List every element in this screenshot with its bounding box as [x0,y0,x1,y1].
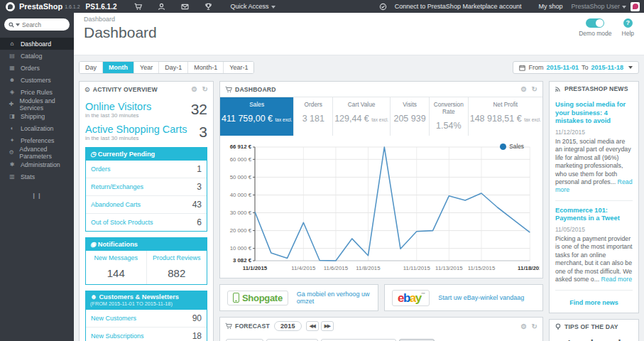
forecast-year: 2015 [274,321,302,331]
help-label: Help [622,30,634,37]
date-range-picker[interactable]: From2015-11-01 To2015-11-18 [513,61,639,74]
sidebar-item-catalog[interactable]: ▤ Catalog [0,50,74,62]
gear-icon[interactable]: ⚙ [520,85,527,93]
cart-icon [225,86,232,93]
sidebar-item-shipping[interactable]: ◨ Shipping [0,110,74,122]
kpi-cart-value[interactable]: Cart Value 129,44 € tax excl. [333,97,391,136]
pending-orders-link[interactable]: Orders [91,166,111,173]
range-month-1-button[interactable]: Month-1 [188,62,224,73]
sidebar-item-customers[interactable]: ☻ Customers [0,74,74,86]
marketplace-link[interactable]: Connect to PrestaShop Marketplace accoun… [395,3,522,10]
chevron-down-icon [622,6,626,9]
tips-panel-title: TIPS OF THE DAY [564,323,618,330]
kpi-orders[interactable]: Orders 3 181 [294,97,333,136]
new-customers-link[interactable]: New Customers [91,315,136,322]
search-input[interactable] [22,21,65,28]
date-range-toolbar: Day Month Year Day-1 Month-1 Year-1 From… [79,61,639,74]
orders-icon: ▦ [7,65,17,71]
gear-icon[interactable]: ⚙ [520,323,527,330]
kpi-conversion-rate[interactable]: Conversion Rate 1.54% [430,97,469,136]
prestashop-logo-icon [6,2,15,11]
cart-icon [225,323,232,330]
help-icon[interactable]: ? [623,18,633,28]
range-day-1-button[interactable]: Day-1 [159,62,188,73]
my-shop-link[interactable]: My shop [538,3,562,10]
notifications-header: ◉ Notifications [85,237,207,251]
svg-text:11/13/2015: 11/13/2015 [435,265,463,271]
range-day-button[interactable]: Day [80,62,103,73]
person-icon: ☻ [90,293,97,301]
sidebar-item-localization[interactable]: ◐ Localization [0,122,74,134]
previous-year-button[interactable]: ◀◀ [306,321,319,331]
sales-chart: 66 912 €60 000 €50 000 €40 000 €30 000 €… [223,139,540,275]
customer-icon[interactable] [158,3,165,11]
new-messages-link[interactable]: New Messages [87,254,145,261]
prestashop-news-panel: PRESTASHOP NEWS Using social media for y… [549,81,639,313]
rss-icon [555,85,562,92]
read-more-link[interactable]: Read more [601,276,633,283]
pending-returns-link[interactable]: Return/Exchanges [91,183,143,190]
user-avatar[interactable] [631,2,640,11]
refresh-icon[interactable]: ↻ [531,85,537,93]
gear-icon[interactable]: ⚙ [191,85,197,93]
sidebar-item-advanced-parameters[interactable]: ⚙ Advanced Parameters [0,146,74,158]
shopgate-ad[interactable]: Shopgate Ga mobiel en verhoog uw omzet [219,284,378,311]
active-carts-link[interactable]: Active Shopping Carts [85,124,207,135]
news-article-title[interactable]: Using social media for your business: 4 … [555,101,633,126]
sidebar-item-administration[interactable]: ✱ Administration [0,158,74,170]
forecast-legend: Traffic Conversion Average Cart Value Sa… [220,335,542,341]
ebay-link[interactable]: Start uw eBay-winkel vandaag [438,294,524,301]
out-of-stock-link[interactable]: Out of Stock Products [91,219,153,226]
search-scope-caret-icon[interactable] [16,23,20,26]
online-visitors-value: 32 [191,101,207,118]
sidebar-search[interactable] [4,18,70,31]
svg-text:11/11/2015: 11/11/2015 [403,265,431,271]
sidebar-item-stats[interactable]: ▥ Stats [0,170,74,183]
brand-name: PrestaShop [19,2,62,11]
product-reviews-link[interactable]: Product Reviews [148,254,206,261]
dashboard-icon: ⌂ [7,40,17,47]
trophy-icon[interactable] [204,3,212,11]
find-more-news-link[interactable]: Find more news [555,296,633,308]
active-carts-value: 3 [199,124,207,141]
svg-text:60 000 €: 60 000 € [230,156,252,163]
kpi-sales[interactable]: Sales 411 759,00 € tax excl. [220,97,294,136]
sidebar-item-price-rules[interactable]: ◈ Price Rules [0,86,74,98]
kpi-net-profit[interactable]: Net Profit 148 918,51 € tax excl. [469,97,542,136]
sidebar-item-orders[interactable]: ▦ Orders [0,62,74,74]
sidebar-item-preferences[interactable]: ✦ Preferences [0,134,74,146]
shopgate-link[interactable]: Ga mobiel en verhoog uw omzet [297,291,371,305]
chevron-down-icon [628,66,633,69]
sidebar-item-dashboard[interactable]: ⌂ Dashboard [0,38,74,50]
topbar: PrestaShop 1.6.1.2 PS1.6.1.2 Quick Acces… [0,0,644,13]
new-subscriptions-link[interactable]: New Subscriptions [91,332,144,340]
ingenico-logo: ingenico Payment services [574,339,633,341]
pending-row-abandoned-carts: Abandoned Carts 43 [86,195,207,213]
modules-icon: ✚ [7,101,16,107]
kpi-visits[interactable]: Visits 205 939 [391,97,430,136]
range-year-1-button[interactable]: Year-1 [224,62,253,73]
breadcrumb: Dashboard [84,16,634,23]
range-year-button[interactable]: Year [134,62,159,73]
range-month-button[interactable]: Month [103,62,134,73]
cart-icon[interactable] [134,3,142,11]
quick-access-menu[interactable]: Quick Access [230,3,275,10]
messages-icon[interactable] [181,3,189,11]
sidebar: ⌂ Dashboard ▤ Catalog ▦ Orders ☻ Custome… [0,13,74,341]
collapse-sidebar-icon[interactable]: ❙❙ [0,193,74,199]
catalog-icon: ▤ [7,53,17,59]
next-year-button[interactable]: ▶▶ [321,321,334,331]
online-visitors-link[interactable]: Online Visitors [85,101,207,112]
chart-legend[interactable]: Sales [500,143,524,150]
sidebar-item-modules[interactable]: ✚ Modules and Services [0,98,74,110]
refresh-icon[interactable]: ↻ [531,323,537,330]
user-menu[interactable]: PrestaShop User [571,3,626,10]
advanced-parameters-icon: ⚙ [7,149,16,156]
forecast-panel: FORECAST 2015 ◀◀ ▶▶ ⚙ ↻ Traffic Conversi… [219,317,543,341]
news-article-title[interactable]: Ecommerce 101: Payments in a Tweet [555,207,633,223]
ebay-ad[interactable]: ebay™ Start uw eBay-winkel vandaag [384,284,543,311]
refresh-icon[interactable]: ↻ [202,85,208,93]
abandoned-carts-link[interactable]: Abandoned Carts [91,201,141,208]
demo-mode-toggle[interactable] [586,18,604,28]
price-rules-icon: ◈ [7,89,17,95]
